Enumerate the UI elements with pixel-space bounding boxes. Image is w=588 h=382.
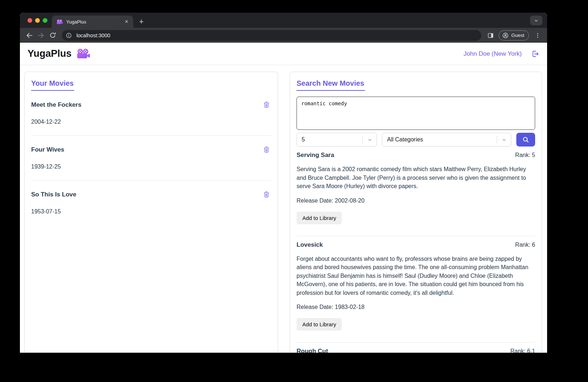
logout-icon [531, 50, 539, 58]
side-panel-button[interactable] [485, 30, 496, 41]
library-movie-item: Four Wives 1939-12-25 [31, 136, 271, 181]
app-title: YugaPlus [28, 48, 72, 59]
close-tab-icon[interactable]: × [123, 18, 130, 25]
trash-icon [262, 101, 270, 109]
new-tab-button[interactable]: + [139, 18, 144, 26]
library-movie-item: Meet the Fockers 2004-12-22 [31, 91, 271, 136]
user-name: John Doe (New York) [463, 50, 522, 58]
result-title: Lovesick [297, 241, 323, 249]
side-panel-icon [487, 32, 494, 39]
chevron-down-icon [533, 18, 539, 24]
back-button[interactable] [24, 30, 35, 41]
result-title: Serving Sara [297, 152, 334, 159]
movie-title: So This Is Love [31, 191, 76, 198]
browser-menu-button[interactable] [532, 30, 543, 41]
tab-yugaplus[interactable]: YugaPlus × [52, 16, 133, 28]
result-rank: Rank: 6.1 [511, 348, 535, 353]
url-text: localhost:3000 [76, 33, 110, 38]
search-controls: 5 All Categories [297, 133, 535, 147]
tab-title: YugaPlus [66, 19, 120, 25]
category-select[interactable]: All Categories [382, 133, 511, 147]
minimize-window-button[interactable] [35, 18, 40, 23]
profile-button[interactable]: Guest [499, 30, 529, 41]
result-rank: Rank: 5 [515, 152, 535, 158]
movie-camera-logo-icon [76, 48, 90, 59]
back-arrow-icon [25, 31, 33, 39]
tab-favicon-movie-camera-icon [56, 19, 63, 25]
reload-icon [49, 31, 56, 39]
close-window-button[interactable] [28, 18, 32, 23]
add-to-library-button[interactable]: Add to Library [297, 212, 342, 224]
result-description: Serving Sara is a 2002 romantic comedy f… [297, 165, 535, 191]
chevron-down-icon [367, 137, 373, 143]
browser-window: YugaPlus × + [20, 13, 547, 353]
forward-arrow-icon [37, 31, 45, 39]
movie-title: Four Wives [31, 146, 64, 153]
delete-movie-button[interactable] [262, 100, 271, 110]
guest-label: Guest [511, 33, 524, 38]
search-result-item: Rough Cut Rank: 6.1 [297, 342, 535, 353]
trash-icon [262, 146, 270, 154]
result-release-date: Release Date: 1983-02-18 [297, 304, 535, 310]
add-to-library-button[interactable]: Add to Library [297, 318, 342, 331]
reload-button[interactable] [47, 30, 58, 41]
forward-button[interactable] [35, 30, 47, 41]
search-icon [522, 136, 530, 144]
address-bar[interactable]: localhost:3000 [62, 30, 481, 41]
trash-icon [262, 191, 270, 199]
search-results: Serving Sara Rank: 5 Serving Sara is a 2… [297, 147, 535, 353]
search-result-item: Lovesick Rank: 6 Forget about accountant… [297, 236, 535, 343]
library-movie-item: So This Is Love 1953-07-15 [31, 181, 271, 225]
site-info-button[interactable] [64, 31, 74, 40]
result-limit-value: 5 [302, 136, 305, 143]
maximize-window-button[interactable] [43, 18, 47, 23]
category-value: All Categories [387, 136, 423, 143]
search-result-item: Serving Sara Rank: 5 Serving Sara is a 2… [297, 147, 535, 236]
delete-movie-button[interactable] [262, 145, 271, 154]
result-title: Rough Cut [297, 348, 328, 353]
your-movies-panel: Your Movies Meet the Fockers [24, 72, 278, 353]
search-heading: Search New Movies [297, 79, 365, 91]
movie-title: Meet the Fockers [31, 101, 81, 109]
search-query-input[interactable]: romantic comedy [297, 97, 535, 130]
movie-release-date: 1939-12-25 [31, 164, 271, 170]
search-panel: Search New Movies romantic comedy 5 All … [290, 72, 542, 353]
your-movies-heading: Your Movies [31, 79, 74, 91]
tab-strip: YugaPlus × + [20, 13, 547, 28]
traffic-lights [20, 13, 52, 28]
result-description: Forget about accountants who want to fly… [297, 255, 535, 297]
kebab-menu-icon [534, 32, 541, 39]
tab-search-chevron-button[interactable] [530, 16, 542, 25]
movie-release-date: 2004-12-22 [31, 119, 271, 125]
app-main: Your Movies Meet the Fockers [20, 65, 547, 353]
result-rank: Rank: 6 [515, 242, 535, 248]
movie-release-date: 1953-07-15 [31, 208, 271, 215]
browser-toolbar: localhost:3000 Guest [20, 28, 547, 43]
guest-avatar-icon [502, 32, 509, 39]
app-header: YugaPlus John Doe (New York) [20, 43, 547, 65]
result-release-date: Release Date: 2002-08-20 [297, 198, 535, 204]
info-icon [65, 32, 72, 39]
delete-movie-button[interactable] [262, 190, 271, 199]
search-button[interactable] [516, 133, 535, 147]
logout-button[interactable] [531, 50, 539, 58]
chevron-down-icon [501, 137, 507, 143]
result-limit-select[interactable]: 5 [297, 133, 377, 147]
